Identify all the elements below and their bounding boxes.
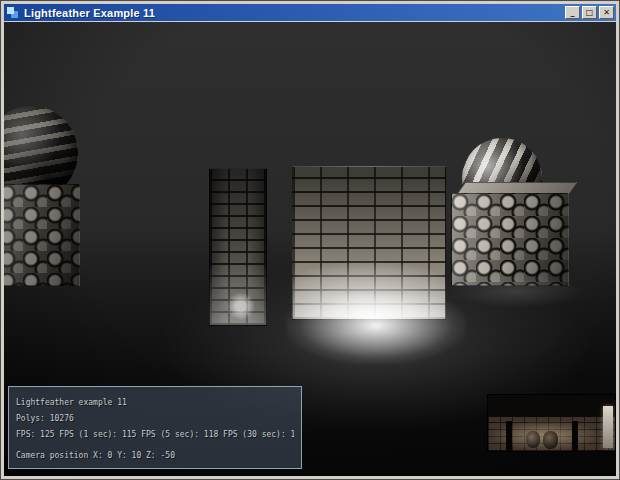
mini-post (572, 421, 578, 451)
debug-overlay: Lightfeather example 11 Polys: 10276 FPS… (8, 386, 302, 469)
app-window: Lightfeather Example 11 _ □ ✕ Lightfeath… (0, 0, 620, 480)
cube-floor-glow (449, 274, 584, 308)
minimize-button[interactable]: _ (565, 6, 580, 19)
debug-camera-position: Camera position X: 0 Y: 10 Z: -50 (16, 448, 294, 464)
titlebar[interactable]: Lightfeather Example 11 _ □ ✕ (4, 4, 616, 21)
debug-fps: FPS: 125 FPS (1 sec): 115 FPS (5 sec): 1… (16, 427, 294, 443)
render-viewport[interactable]: Lightfeather example 11 Polys: 10276 FPS… (4, 22, 616, 476)
close-button[interactable]: ✕ (599, 6, 614, 19)
debug-polys: Polys: 10276 (16, 411, 294, 427)
mini-viewport (487, 394, 616, 452)
debug-title: Lightfeather example 11 (16, 395, 294, 411)
light-pool (286, 294, 466, 364)
window-controls: _ □ ✕ (565, 6, 614, 19)
maximize-button[interactable]: □ (582, 6, 597, 19)
mini-barrel (526, 431, 540, 448)
window-title: Lightfeather Example 11 (24, 7, 565, 19)
brick-pillar (209, 168, 267, 326)
cobblestone-block-left (4, 184, 80, 286)
window-icon (7, 7, 19, 19)
mini-barrel (543, 431, 558, 449)
cobblestone-cube-right (451, 193, 569, 286)
mini-light-column (603, 406, 613, 448)
mini-post (506, 421, 512, 451)
